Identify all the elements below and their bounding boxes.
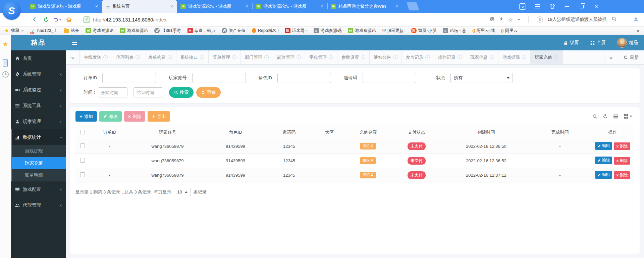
tab-close-icon[interactable] [232, 55, 236, 59]
sidebar-subitem-game-withdraw[interactable]: 游戏提现 [12, 145, 66, 157]
row-edit-button[interactable]: 编辑 [595, 157, 612, 164]
sidebar-subitem-bill-detail[interactable]: 账单明细 [12, 169, 66, 181]
row-delete-button[interactable]: 删除 [614, 142, 630, 150]
role-id-input[interactable] [277, 73, 331, 83]
app-tab[interactable]: 菜单管理 [209, 50, 241, 64]
tab-close-icon[interactable] [103, 55, 108, 59]
sidebar-item-agent-manage[interactable]: 代理管理 [11, 197, 66, 213]
browser-tab[interactable]: Hi 游戏资源论坛 - 游戏服 × [252, 0, 327, 13]
row-delete-button[interactable]: 删除 [614, 157, 630, 165]
row-checkbox[interactable] [80, 172, 85, 177]
browser-tab[interactable]: Hi 游戏资源论坛 - 游戏服 × [27, 0, 102, 13]
row-edit-button[interactable]: 编辑 [595, 142, 612, 150]
tab-close-icon[interactable]: × [245, 4, 249, 9]
tab-close-icon[interactable]: × [170, 4, 174, 9]
search-button[interactable]: 搜索 [169, 87, 194, 98]
browser-tab-active[interactable]: 系统首页 × [102, 0, 177, 13]
bookmark-item[interactable]: M 恭喜，站点 [187, 28, 216, 34]
mobile-panel-icon[interactable] [3, 59, 8, 67]
app-tab[interactable]: 玩家信息 [466, 50, 498, 64]
url-field[interactable]: http://42.193.131.149:8080/index [82, 16, 489, 23]
sidebar-item-home[interactable]: 首页 [11, 50, 66, 66]
modify-button[interactable]: 修改 [99, 111, 122, 122]
sogou-logo-icon[interactable]: S [2, 1, 21, 20]
lock-screen-button[interactable]: 锁屏 [564, 40, 579, 46]
tab-close-icon[interactable] [522, 55, 526, 59]
player-account-input[interactable] [192, 73, 246, 83]
bookmark-item[interactable]: 淘 首页-小朋 [411, 28, 436, 34]
app-tab[interactable]: 代理列表 [112, 50, 144, 64]
fullscreen-button[interactable]: 全屏 [590, 40, 606, 46]
history-clock-icon[interactable] [2, 71, 9, 78]
tab-close-icon[interactable] [200, 55, 204, 59]
undo-icon[interactable] [52, 15, 63, 24]
download-icon[interactable] [633, 16, 639, 23]
sidebar-subitem-player-recharge[interactable]: 玩家充值 [12, 157, 66, 169]
app-tab[interactable]: 通知公告 [370, 50, 402, 64]
tab-close-icon[interactable] [168, 55, 172, 59]
table-search-icon[interactable] [592, 114, 597, 119]
bookmark-item[interactable]: W 资产充值 [222, 28, 246, 34]
table-refresh-icon[interactable] [603, 114, 608, 119]
qr-code-icon[interactable] [489, 16, 494, 23]
row-delete-button[interactable]: 删除 [614, 171, 630, 179]
app-tab[interactable]: 参数设置 [337, 50, 370, 64]
app-tab-active[interactable]: 玩家充值 [531, 50, 563, 64]
bookmark-item[interactable]: 论坛 - 悬 [443, 28, 466, 34]
tab-close-icon[interactable] [554, 55, 558, 59]
bookmark-item[interactable]: Hi 游戏资源论 [120, 28, 148, 34]
sidebar-item-system-manage[interactable]: 系统管理 [11, 66, 66, 82]
undo-dropdown-caret-icon[interactable] [59, 19, 62, 20]
sidebar-item-system-monitor[interactable]: 系统监控 [11, 82, 66, 98]
bookmark-favorites[interactable]: 收藏 [4, 28, 24, 34]
table-card-view-icon[interactable] [613, 114, 618, 119]
page-size-select[interactable]: 10 [174, 188, 191, 196]
sidebar-item-player-manage[interactable]: 玩家管理 [11, 114, 66, 129]
lightning-icon[interactable] [499, 16, 503, 23]
row-checkbox[interactable] [80, 143, 85, 148]
tab-close-icon[interactable] [136, 55, 140, 59]
bookmark-item[interactable]: 游戏多源码 [314, 28, 342, 34]
home-icon[interactable] [63, 15, 74, 24]
tab-close-icon[interactable] [264, 55, 269, 59]
bookmark-item[interactable]: Hi 游戏资源论 [348, 28, 376, 34]
bookmark-item[interactable]: W 【361手游 [154, 28, 181, 34]
tab-count-button[interactable]: 5 [519, 3, 526, 10]
bookmark-item[interactable]: (-) 阿里云-域 [473, 28, 495, 34]
tab-close-icon[interactable]: × [395, 4, 399, 9]
tabs-scroll-left-icon[interactable] [66, 50, 80, 64]
export-button[interactable]: 导出 [148, 111, 170, 122]
security-shield-icon[interactable] [84, 16, 90, 23]
browser-menu-icon[interactable] [530, 0, 545, 13]
status-select[interactable]: 所有 [450, 73, 513, 83]
favorites-star-icon[interactable] [2, 40, 8, 48]
search-icon[interactable] [611, 16, 617, 23]
tab-close-icon[interactable] [329, 55, 333, 59]
delete-button[interactable]: 删除 [124, 111, 145, 122]
app-tab[interactable]: 字典管理 [305, 50, 337, 64]
row-edit-button[interactable]: 编辑 [595, 171, 612, 179]
restore-button[interactable] [574, 0, 589, 13]
reset-button[interactable]: 重置 [196, 87, 221, 98]
tab-close-icon[interactable] [361, 55, 365, 59]
sidebar-item-system-tools[interactable]: 系统工具 [11, 98, 66, 114]
sidebar-item-game-config[interactable]: 游戏配置 [11, 181, 66, 197]
tab-close-icon[interactable] [425, 55, 430, 59]
refresh-icon[interactable] [40, 15, 52, 24]
favorite-star-icon[interactable] [508, 16, 513, 23]
add-button[interactable]: 添加 [75, 111, 97, 122]
bookmark-item[interactable]: hao hao123_上 [30, 28, 58, 34]
app-tab[interactable]: 操作记录 [434, 50, 466, 64]
sidebar-toggle-icon[interactable] [66, 42, 83, 43]
app-tab[interactable]: 岗位管理 [273, 50, 305, 64]
tab-refresh-button[interactable]: 刷新 [618, 50, 644, 64]
select-all-checkbox[interactable] [80, 130, 85, 134]
back-icon[interactable] [29, 15, 40, 24]
time-end-input[interactable] [133, 87, 163, 97]
minimize-button[interactable] [559, 0, 574, 13]
bookmark-item[interactable]: 玩 玩米网 - [285, 28, 307, 34]
browser-tab[interactable]: Hi 精品西游之紫禁之巅WIN × [327, 0, 402, 13]
tabs-scroll-right-icon[interactable] [604, 50, 618, 64]
bookmark-folder[interactable]: 站长 [64, 28, 79, 34]
tab-close-icon[interactable]: × [320, 4, 324, 9]
